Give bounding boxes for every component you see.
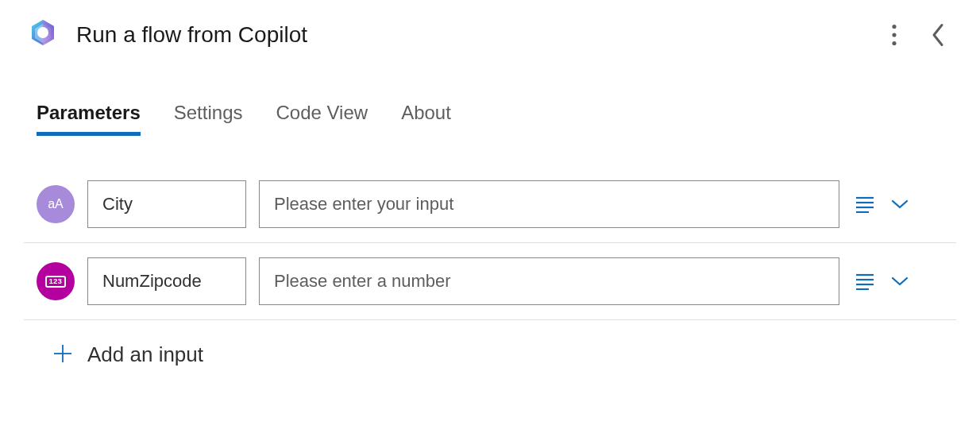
parameter-name-input[interactable] bbox=[87, 257, 246, 305]
tab-code-view[interactable]: Code View bbox=[276, 102, 368, 136]
svg-point-3 bbox=[892, 41, 896, 45]
format-options-button[interactable] bbox=[852, 269, 878, 293]
chevron-down-icon bbox=[890, 199, 909, 210]
row-actions bbox=[852, 269, 956, 293]
parameter-row: aA bbox=[24, 166, 956, 243]
plus-icon bbox=[52, 343, 73, 367]
tab-bar: Parameters Settings Code View About bbox=[24, 102, 956, 136]
parameter-name-input[interactable] bbox=[87, 180, 246, 228]
lines-icon bbox=[855, 273, 874, 290]
row-actions bbox=[852, 192, 956, 216]
chevron-left-icon bbox=[931, 23, 945, 47]
svg-point-0 bbox=[37, 27, 48, 38]
tab-settings[interactable]: Settings bbox=[174, 102, 243, 136]
panel-title: Run a flow from Copilot bbox=[76, 22, 874, 48]
svg-point-1 bbox=[892, 25, 896, 29]
tab-parameters[interactable]: Parameters bbox=[37, 102, 141, 136]
tab-about[interactable]: About bbox=[401, 102, 451, 136]
add-input-button[interactable]: Add an input bbox=[24, 320, 956, 367]
type-glyph: 123 bbox=[45, 276, 67, 288]
more-options-button[interactable] bbox=[888, 21, 901, 49]
parameter-value-input[interactable] bbox=[259, 180, 839, 228]
type-glyph: aA bbox=[48, 197, 64, 211]
svg-point-2 bbox=[892, 33, 896, 37]
copilot-logo-icon bbox=[24, 16, 62, 54]
header-actions bbox=[888, 20, 948, 50]
parameters-list: aA bbox=[24, 166, 956, 320]
parameter-value-input[interactable] bbox=[259, 257, 839, 305]
trigger-panel: Run a flow from Copilot Parameters Setti… bbox=[0, 0, 980, 383]
panel-header: Run a flow from Copilot bbox=[24, 16, 956, 54]
number-type-icon: 123 bbox=[37, 262, 75, 300]
add-input-label: Add an input bbox=[87, 342, 203, 367]
expand-row-button[interactable] bbox=[887, 195, 912, 213]
vertical-dots-icon bbox=[891, 24, 897, 46]
collapse-button[interactable] bbox=[928, 20, 948, 50]
lines-icon bbox=[855, 195, 874, 213]
chevron-down-icon bbox=[890, 276, 909, 287]
expand-row-button[interactable] bbox=[887, 273, 912, 290]
text-type-icon: aA bbox=[37, 185, 75, 223]
parameter-row: 123 bbox=[24, 243, 956, 320]
format-options-button[interactable] bbox=[852, 192, 878, 216]
